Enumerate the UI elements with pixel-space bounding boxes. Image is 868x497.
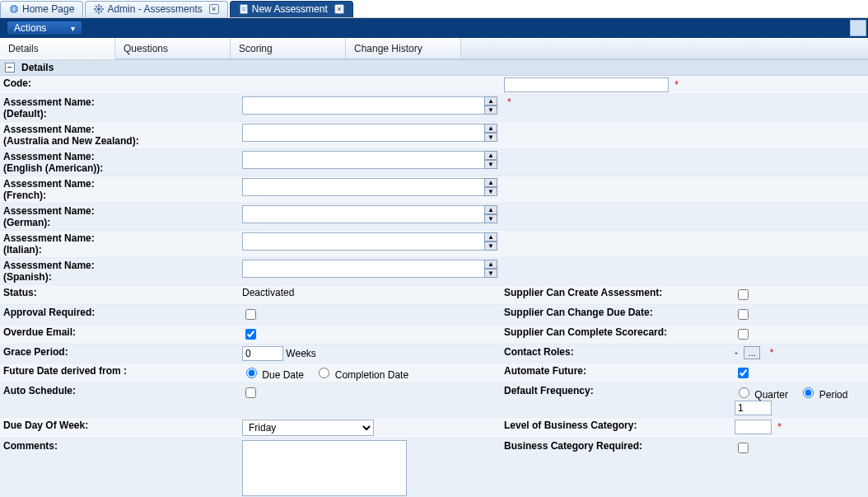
- contact-roles-lookup-button[interactable]: …: [744, 346, 760, 359]
- freq-period-radio-label[interactable]: Period: [799, 389, 847, 401]
- approval-checkbox[interactable]: [245, 309, 256, 320]
- future-comp-radio-label[interactable]: Completion Date: [315, 369, 408, 381]
- close-icon[interactable]: ×: [209, 4, 219, 14]
- name-it-input[interactable]: ▲▼: [242, 232, 497, 251]
- level-biz-cat-input[interactable]: [735, 420, 772, 434]
- supp-change-due-checkbox[interactable]: [738, 309, 749, 320]
- required-icon: *: [674, 79, 679, 91]
- spin-up-icon[interactable]: ▲: [484, 124, 497, 133]
- inner-tab-scoring[interactable]: Scoring: [231, 38, 346, 59]
- svg-point-1: [97, 7, 100, 11]
- spin-up-icon[interactable]: ▲: [484, 178, 497, 187]
- close-icon[interactable]: ×: [334, 4, 344, 14]
- tab-new-label: New Assessment: [252, 3, 328, 15]
- label-level-biz-cat: Level of Business Category:: [501, 418, 731, 438]
- freq-value-input[interactable]: [735, 401, 772, 415]
- name-es-input[interactable]: ▲▼: [242, 260, 497, 278]
- tab-home[interactable]: Home Page: [0, 1, 83, 17]
- status-value: Deactivated: [242, 287, 294, 298]
- label-status: Status:: [0, 285, 239, 305]
- spin-down-icon[interactable]: ▼: [484, 214, 497, 223]
- code-input[interactable]: [504, 77, 669, 92]
- svg-line-7: [100, 11, 102, 12]
- svg-line-9: [96, 11, 97, 12]
- freq-period-radio[interactable]: [803, 387, 814, 398]
- future-comp-radio[interactable]: [319, 368, 329, 378]
- grace-unit: Weeks: [286, 348, 315, 359]
- name-de-input[interactable]: ▲▼: [242, 205, 497, 223]
- required-icon: *: [777, 421, 782, 433]
- label-automate-future: Automate Future:: [501, 363, 731, 383]
- spin-down-icon[interactable]: ▼: [484, 241, 497, 251]
- spin-down-icon[interactable]: ▼: [484, 269, 497, 278]
- panel-toggle-icon[interactable]: [850, 20, 866, 36]
- label-future-date: Future Date derived from :: [0, 363, 239, 383]
- automate-future-checkbox[interactable]: [738, 368, 749, 378]
- label-grace: Grace Period:: [0, 345, 239, 363]
- tab-new-assessment[interactable]: New Assessment ×: [230, 1, 353, 17]
- label-overdue: Overdue Email:: [0, 325, 239, 345]
- label-code: Code:: [0, 76, 239, 95]
- label-name-it: Assessment Name: (Italian):: [0, 231, 239, 258]
- inner-tab-details[interactable]: Details: [0, 38, 115, 59]
- freq-quarter-radio-label[interactable]: Quarter: [735, 389, 788, 401]
- spin-up-icon[interactable]: ▲: [484, 260, 497, 269]
- name-default-input[interactable]: ▲▼: [242, 96, 497, 115]
- name-anz-input[interactable]: ▲▼: [242, 124, 497, 142]
- actions-bar: Actions ▾: [0, 18, 868, 38]
- label-supp-complete: Supplier Can Complete Scorecard:: [501, 325, 731, 345]
- details-form: Code: * Assessment Name: (Default): ▲▼ *…: [0, 76, 868, 497]
- future-due-radio[interactable]: [246, 368, 257, 378]
- required-icon: *: [507, 96, 511, 108]
- supp-create-checkbox[interactable]: [738, 289, 749, 300]
- grace-period-input[interactable]: [242, 346, 283, 361]
- spin-down-icon[interactable]: ▼: [484, 187, 497, 196]
- biz-cat-required-checkbox[interactable]: [738, 443, 749, 453]
- auto-schedule-checkbox[interactable]: [245, 387, 256, 398]
- contact-roles-value: -: [735, 347, 738, 359]
- svg-line-6: [96, 6, 97, 7]
- label-supp-create: Supplier Can Create Assessment:: [501, 285, 731, 305]
- label-name-de: Assessment Name: (German):: [0, 204, 239, 231]
- label-name-fr: Assessment Name: (French):: [0, 176, 239, 204]
- tab-admin-label: Admin - Assessments: [107, 3, 202, 15]
- name-fr-input[interactable]: ▲▼: [242, 178, 497, 196]
- spin-up-icon[interactable]: ▲: [484, 151, 497, 160]
- supp-complete-checkbox[interactable]: [738, 329, 749, 340]
- gear-icon: [94, 4, 104, 14]
- spin-up-icon[interactable]: ▲: [484, 96, 497, 105]
- due-dow-select[interactable]: Friday: [242, 420, 374, 436]
- comments-textarea[interactable]: [242, 440, 407, 496]
- label-name-en-us: Assessment Name: (English (American)):: [0, 149, 239, 176]
- section-title: Details: [21, 62, 54, 73]
- label-due-dow: Due Day Of Week:: [0, 418, 239, 438]
- document-icon: [239, 4, 249, 14]
- label-comments: Comments:: [0, 438, 239, 498]
- spin-down-icon[interactable]: ▼: [484, 160, 497, 169]
- inner-tab-questions[interactable]: Questions: [115, 38, 231, 59]
- globe-icon: [9, 4, 19, 14]
- tab-admin[interactable]: Admin - Assessments ×: [85, 1, 227, 17]
- section-header: − Details: [0, 59, 868, 76]
- inner-tab-change-history[interactable]: Change History: [346, 38, 461, 59]
- freq-quarter-radio[interactable]: [739, 387, 749, 398]
- label-supp-change-due: Supplier Can Change Due Date:: [501, 305, 731, 325]
- svg-line-8: [100, 6, 102, 7]
- spin-down-icon[interactable]: ▼: [484, 105, 497, 115]
- name-en-us-input[interactable]: ▲▼: [242, 151, 497, 169]
- actions-label: Actions: [14, 22, 46, 34]
- label-name-default: Assessment Name: (Default):: [0, 95, 239, 122]
- spin-up-icon[interactable]: ▲: [484, 232, 497, 241]
- tab-home-label: Home Page: [22, 3, 74, 15]
- spin-down-icon[interactable]: ▼: [484, 133, 497, 142]
- actions-menu-button[interactable]: Actions ▾: [7, 21, 82, 35]
- label-contact-roles: Contact Roles:: [501, 345, 731, 363]
- label-approval: Approval Required:: [0, 305, 239, 325]
- required-icon: *: [770, 347, 774, 359]
- future-due-radio-label[interactable]: Due Date: [242, 369, 304, 381]
- overdue-checkbox[interactable]: [245, 329, 256, 340]
- label-auto-schedule: Auto Schedule:: [0, 383, 239, 418]
- label-name-anz: Assessment Name: (Australia and New Zeal…: [0, 122, 239, 149]
- collapse-icon[interactable]: −: [5, 63, 15, 73]
- spin-up-icon[interactable]: ▲: [484, 205, 497, 214]
